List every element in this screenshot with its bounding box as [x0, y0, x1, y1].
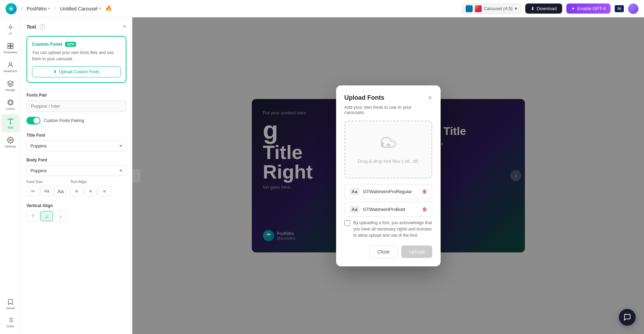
valign-bottom-button[interactable]: ↕ [54, 211, 67, 221]
main-layout: AI Templates Headshot Design Colors Text… [0, 17, 644, 334]
font-size-medium-button[interactable]: Aa [40, 186, 53, 196]
font1-sample: Aa [350, 188, 360, 195]
align-left-button[interactable]: ≡ [70, 186, 83, 196]
align-center-button[interactable]: ≡ [84, 186, 97, 196]
text-panel: Text i × Custom Fonts NEW You can upload… [21, 17, 132, 334]
custom-fonts-pairing-row: Custom Fonts Pairing [26, 117, 126, 124]
instagram-icon [475, 5, 482, 12]
user-avatar[interactable] [628, 3, 638, 14]
project-name[interactable]: PostNitro ▾ [26, 6, 50, 12]
sidebar-item-settings[interactable]: Settings [1, 133, 20, 151]
font-dropzone[interactable]: Drag & drop font files (.otf, .ttf) [344, 121, 432, 179]
custom-fonts-pairing-toggle[interactable] [26, 117, 40, 124]
modal-close-btn[interactable]: Close [369, 245, 398, 258]
sidebar-item-design[interactable]: Design [1, 77, 20, 95]
title-font-label: Title Font [26, 133, 126, 138]
modal-close-button[interactable]: × [428, 94, 432, 102]
font-size-large-button[interactable]: Aa [54, 186, 67, 196]
modal-subtitle: Add your own fonts to use in your carous… [344, 105, 432, 115]
align-right-button[interactable]: ≡ [98, 186, 111, 196]
project-chevron-icon: ▾ [48, 6, 50, 11]
font1-name: GTWalsheimProRegular [363, 189, 418, 194]
svg-point-8 [9, 139, 11, 141]
font1-delete-button[interactable]: 🗑 [422, 189, 427, 194]
sidebar-item-headshot[interactable]: Headshot [1, 58, 20, 76]
font-item-2: Aa GTWalsheimProBold 🗑 [344, 202, 432, 217]
font-item-1: Aa GTWalsheimProRegular 🗑 [344, 184, 432, 199]
templates-icon [7, 43, 14, 50]
cloud-upload-icon [380, 135, 397, 155]
upload-fonts-modal: Upload Fonts × Add your own fonts to use… [336, 85, 441, 266]
upload-icon: ⬆ [53, 69, 57, 74]
font-list: Aa GTWalsheimProRegular 🗑 Aa GTWalsheimP… [344, 184, 432, 217]
svg-rect-4 [8, 46, 10, 48]
topbar: / PostNitro ▾ / Untitled Carousel ▾ 🔥 Ca… [0, 0, 644, 17]
carousel-badge[interactable]: Carousel (4:5) ▾ [462, 3, 521, 14]
license-text: By uploading a font, you acknowledge tha… [354, 220, 432, 238]
valign-buttons: ⊤ ⊥ ↕ [26, 211, 126, 221]
sidebar-item-colors[interactable]: Colors [1, 96, 20, 114]
font-size-label: Font Size [26, 180, 67, 184]
fonts-pair-input[interactable] [26, 100, 126, 112]
fonts-pair-label: Fonts Pair [26, 93, 126, 98]
font2-sample: Aa [350, 206, 360, 213]
topbar-right: Carousel (4:5) ▾ ⬇ Download ✦ Enable GPT… [462, 3, 638, 14]
panel-header: Text i × [26, 23, 126, 30]
toggle-knob [33, 117, 40, 124]
license-row: By uploading a font, you acknowledge tha… [344, 220, 432, 238]
panel-close-button[interactable]: × [123, 23, 126, 30]
dropzone-text: Drag & drop font files (.otf, .ttf) [358, 159, 418, 164]
sep2: / [54, 6, 56, 12]
font2-delete-button[interactable]: 🗑 [422, 206, 427, 212]
settings-icon [7, 137, 14, 144]
download-icon: ⬇ [531, 6, 535, 11]
svg-rect-5 [10, 46, 13, 48]
body-font-select[interactable]: Poppins [26, 165, 126, 176]
text-align-label: Text Align [70, 180, 111, 184]
save-status-icon: 🔥 [105, 5, 112, 12]
carousel-chevron-icon: ▾ [515, 6, 517, 11]
download-button[interactable]: ⬇ Download [525, 3, 562, 14]
canvas-area: ‹ Put your content here g Title Right io… [132, 17, 644, 334]
sidebar-item-templates[interactable]: Templates [1, 39, 20, 57]
sidebar-item-text[interactable]: Text [1, 114, 20, 132]
design-icon [7, 80, 14, 87]
order-icon [7, 317, 14, 324]
license-checkbox[interactable] [344, 220, 350, 226]
language-flag-icon[interactable]: 🇬🇧 [615, 5, 624, 12]
body-font-label: Body Font [26, 158, 126, 162]
custom-fonts-header: Custom Fonts NEW [32, 41, 121, 47]
upload-custom-fonts-button[interactable]: ⬆ Upload Custom Fonts [32, 66, 121, 77]
modal-footer: Close Upload [344, 245, 432, 258]
modal-header: Upload Fonts × [344, 94, 432, 102]
sidebar-item-saved[interactable]: Saved [1, 295, 20, 313]
star-icon: ✦ [571, 6, 575, 11]
svg-point-1 [9, 26, 11, 28]
sidebar-item-ai[interactable]: AI [1, 20, 20, 38]
ai-icon [7, 24, 14, 31]
modal-title: Upload Fonts [344, 94, 385, 101]
modal-upload-btn[interactable]: Upload [401, 245, 432, 258]
linkedin-icon [466, 5, 473, 12]
modal-overlay[interactable]: Upload Fonts × Add your own fonts to use… [132, 17, 644, 334]
sidebar-item-order[interactable]: Order [1, 313, 20, 331]
font-size-align-row: Font Size Aa Aa Aa Text Align ≡ ≡ ≡ [26, 180, 126, 196]
custom-fonts-card: Custom Fonts NEW You can upload your own… [26, 36, 126, 83]
sep1: / [21, 6, 22, 12]
svg-rect-2 [8, 43, 10, 46]
svg-point-6 [9, 62, 11, 65]
font-size-small-button[interactable]: Aa [26, 186, 39, 196]
app-logo[interactable] [6, 3, 17, 14]
headshot-icon [7, 61, 14, 68]
chat-bubble-button[interactable] [619, 309, 636, 326]
sidebar-bottom: Saved Order [1, 295, 20, 331]
panel-title: Text i [26, 24, 45, 30]
body-font-row: Poppins [26, 165, 126, 176]
valign-middle-button[interactable]: ⊥ [40, 211, 53, 221]
saved-icon [7, 298, 14, 305]
valign-top-button[interactable]: ⊤ [26, 211, 39, 221]
panel-info-icon[interactable]: i [40, 24, 45, 30]
enable-gpt4-button[interactable]: ✦ Enable GPT-4 [566, 3, 611, 14]
doc-title[interactable]: Untitled Carousel ▾ [60, 6, 101, 12]
title-font-select[interactable]: Poppins [26, 141, 126, 151]
